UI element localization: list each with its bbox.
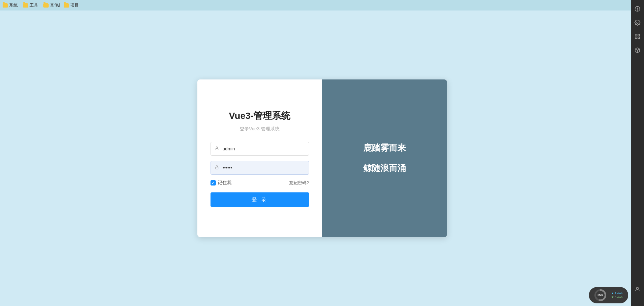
username-input[interactable]	[211, 142, 309, 156]
status-widget: 55% ▲ 1.4k/s ▼ 5.4k/s	[589, 287, 628, 303]
svg-point-2	[637, 9, 638, 10]
password-group	[211, 161, 309, 175]
left-panel: Vue3-管理系统 登录Vue3-管理系统	[197, 79, 322, 237]
remember-me-checkbox[interactable]	[211, 180, 216, 186]
sidebar-user-icon[interactable]	[634, 286, 641, 293]
folder-icon-system	[3, 3, 8, 8]
svg-point-0	[216, 147, 217, 148]
menu-item-system[interactable]: 系统	[3, 2, 18, 8]
svg-rect-4	[635, 34, 637, 36]
user-input-icon	[214, 146, 219, 152]
folder-icon-tools	[23, 3, 28, 8]
sidebar-box-icon[interactable]	[634, 47, 641, 54]
download-arrow: ▼	[611, 295, 614, 299]
speed-percent: 55%	[596, 291, 605, 299]
svg-point-3	[637, 22, 638, 24]
remember-me-label: 记住我	[218, 180, 232, 186]
login-card: Vue3-管理系统 登录Vue3-管理系统	[197, 79, 447, 237]
upload-speed: ▲ 1.4k/s	[611, 292, 623, 295]
right-sidebar	[631, 0, 644, 306]
forgot-password-link[interactable]: 忘记密码?	[289, 180, 309, 186]
remember-me-group: 记住我	[211, 180, 232, 186]
speed-info: ▲ 1.4k/s ▼ 5.4k/s	[611, 292, 623, 299]
lock-input-icon	[214, 165, 219, 171]
svg-rect-5	[638, 34, 640, 36]
login-button[interactable]: 登 录	[211, 192, 309, 207]
username-group	[211, 142, 309, 156]
speed-circle: 55%	[594, 289, 606, 301]
folder-icon-other	[43, 3, 49, 8]
menu-bar: 系统 工具 其他 项目 Ai	[0, 0, 644, 11]
app-subtitle: 登录Vue3-管理系统	[240, 126, 279, 132]
sidebar-grid-icon[interactable]	[634, 33, 641, 40]
upload-speed-value: 1.4k/s	[615, 292, 623, 295]
svg-point-9	[636, 287, 638, 289]
app-title: Vue3-管理系统	[229, 110, 290, 122]
svg-rect-1	[215, 167, 218, 169]
folder-icon-project	[64, 3, 69, 8]
sidebar-network-icon[interactable]	[634, 5, 641, 12]
main-area: Vue3-管理系统 登录Vue3-管理系统	[0, 11, 644, 306]
slogan-line2: 鲸随浪而涌	[363, 162, 406, 175]
sidebar-settings-icon[interactable]	[634, 19, 641, 26]
menu-item-project[interactable]: 项目	[64, 2, 79, 8]
svg-rect-6	[635, 37, 637, 39]
svg-rect-7	[638, 37, 640, 39]
ai-label: Ai	[56, 0, 60, 11]
download-speed-value: 5.4k/s	[615, 295, 623, 299]
menu-item-tools[interactable]: 工具	[23, 2, 38, 8]
upload-arrow: ▲	[611, 292, 614, 295]
slogan-line1: 鹿踏雾而来	[363, 141, 406, 155]
password-input[interactable]	[211, 161, 309, 175]
download-speed: ▼ 5.4k/s	[611, 295, 623, 299]
options-row: 记住我 忘记密码?	[211, 180, 309, 186]
right-panel: 鹿踏雾而来 鲸随浪而涌	[322, 79, 447, 237]
